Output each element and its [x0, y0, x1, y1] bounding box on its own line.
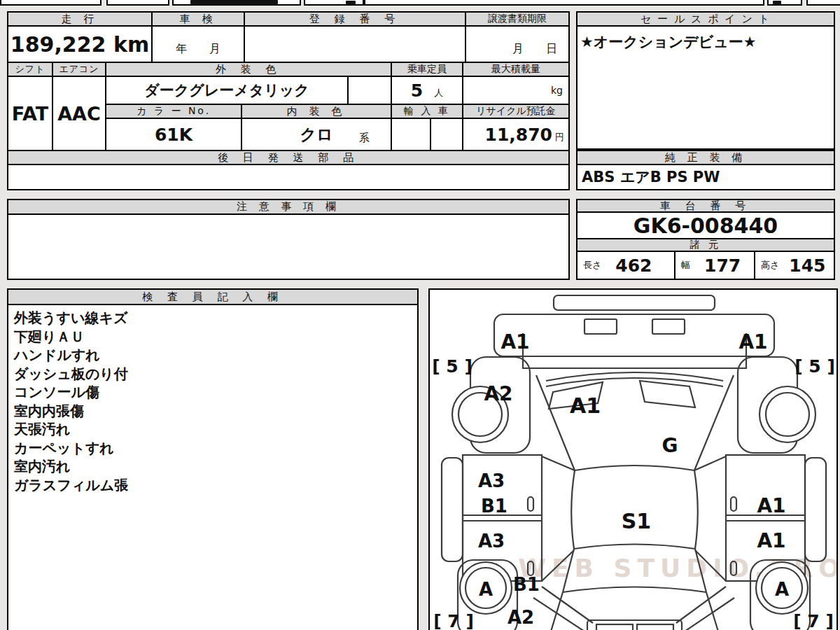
registration-header: 登 録 番 号	[244, 11, 466, 27]
recycle-amount: 11,870	[485, 125, 552, 145]
height-value: 145	[789, 255, 825, 276]
damage-label-door-rear-left: A3	[478, 531, 505, 552]
specs-header: 諸 元	[576, 238, 835, 252]
interior-color-header: 内 装 色	[241, 104, 392, 119]
recycle-unit: 円	[555, 125, 564, 144]
damage-label-front-bumper-right: A1	[738, 330, 767, 354]
recycle-header: リサイクル預託金	[462, 104, 570, 119]
length-value: 462	[615, 255, 652, 276]
length-cell: 長さ 462	[576, 251, 676, 280]
inspector-note: カーペットすれ	[14, 439, 417, 458]
top-cutoff-cell	[364, 0, 764, 6]
inspector-header: 検 査 員 記 入 欄	[7, 288, 419, 305]
inspector-note: 下廻りＡＵ	[14, 328, 417, 346]
damage-label-wheel-rear-left: A	[479, 579, 493, 600]
genuine-equipment-header: 純 正 装 備	[576, 150, 835, 165]
length-label: 長さ	[583, 259, 601, 272]
recycle-value: 11,870 円	[462, 118, 570, 151]
shift-value: FAT	[7, 76, 53, 151]
aircon-value: AAC	[52, 76, 106, 151]
damage-label-hood: A1	[570, 393, 601, 418]
mileage-value: 189,222 km	[7, 25, 153, 63]
car-top-view-diagram: WEB STUDIO.PRO	[430, 290, 836, 630]
tire-grade-front-right: [ 5 ]	[794, 356, 835, 377]
damage-label-wheel-rear-right: A	[775, 579, 789, 600]
damage-label-rear-bumper-left: A2	[507, 607, 534, 628]
inspector-note: ハンドルすれ	[14, 346, 417, 365]
top-cutoff-cell	[106, 0, 169, 6]
top-cutoff-cell	[806, 0, 840, 6]
width-label: 幅	[681, 259, 690, 272]
max-load-header: 最大積載量	[462, 62, 570, 77]
width-value: 177	[704, 255, 741, 276]
transfer-docs-value: 月 日	[465, 25, 570, 63]
color-no-value: 61K	[105, 118, 242, 151]
transfer-docs-header: 譲渡書類期限	[465, 11, 570, 27]
capacity-header: 乗車定員	[391, 62, 463, 77]
tire-grade-rear-left: [ 7 ]	[433, 611, 474, 630]
height-label: 高さ	[761, 259, 779, 272]
notes-header: 注 意 事 項 欄	[7, 199, 570, 215]
exterior-color-header: 外 装 色	[105, 62, 392, 77]
damage-label-quarter-rear-left: B1	[513, 574, 540, 595]
max-load-value: kg	[462, 76, 570, 105]
capacity-unit: 人	[434, 81, 443, 99]
notes-value	[7, 214, 570, 280]
shaken-value: 年 月	[151, 25, 245, 63]
damage-label-roof: S1	[622, 509, 651, 533]
later-shipping-header: 後 日 発 送 部 品	[7, 150, 570, 165]
capacity-value: 5 人	[391, 76, 463, 105]
import-header: 輸 入 車	[391, 104, 463, 119]
interior-color-value: クロ 系	[241, 118, 392, 151]
inspector-note: ダッシュ板のり付	[14, 365, 417, 384]
tire-grade-rear-right: [ 7 ]	[793, 611, 834, 630]
top-cutoff-cell	[0, 0, 102, 6]
damage-label-cowl: G	[662, 434, 678, 457]
import-value-sub	[430, 118, 463, 151]
damage-label-door-front-left-b: B1	[481, 496, 507, 517]
sales-point-header: セ ー ル ス ポ イ ン ト	[576, 11, 835, 27]
genuine-equipment-value: ABS エアB PS PW	[576, 164, 835, 190]
height-cell: 高さ 145	[754, 251, 835, 280]
auction-sheet: 走 行 車 検 登 録 番 号 譲渡書類期限 189,222 km 年 月 月 …	[0, 0, 840, 630]
damage-label-door-front-left-a: A3	[478, 470, 505, 491]
inspector-note: コンソール傷	[14, 383, 417, 402]
damage-diagram-box: WEB STUDIO.PRO	[428, 288, 838, 630]
damage-label-door-rear-right: A1	[757, 529, 785, 552]
chassis-value: GK6-008440	[576, 211, 835, 239]
later-shipping-value	[7, 164, 570, 190]
inspector-note: 室内内張傷	[14, 402, 417, 421]
damage-label-door-front-right: A1	[757, 494, 785, 517]
interior-color-text: クロ	[300, 124, 332, 146]
cutoff-text-fragment	[190, 0, 278, 4]
damage-label-front-bumper-left: A1	[500, 330, 529, 354]
interior-color-suffix: 系	[359, 125, 370, 145]
cutoff-text-fragment	[773, 1, 781, 4]
exterior-color-subcell	[347, 76, 392, 105]
chassis-header: 車 台 番 号	[576, 199, 835, 213]
damage-label-front-fender-left: A2	[484, 382, 512, 405]
registration-value	[244, 25, 466, 63]
width-cell: 幅 177	[674, 251, 755, 280]
inspector-note: ガラスフィルム張	[14, 476, 417, 495]
import-value	[391, 118, 431, 151]
inspector-note: 外装うすい線キズ	[14, 309, 417, 328]
color-no-header: カ ラ ー No.	[105, 104, 242, 119]
shift-header: シフト	[7, 62, 53, 77]
tire-grade-front-left: [ 5 ]	[432, 356, 472, 377]
sales-point-text: ★オークションデビュー★	[578, 27, 834, 57]
exterior-color-value: ダークグレーメタリック	[105, 76, 349, 105]
cutoff-text-fragment	[346, 1, 356, 4]
sales-point-box: ★オークションデビュー★	[576, 25, 835, 150]
mileage-header: 走 行	[7, 11, 153, 27]
shaken-header: 車 検	[151, 11, 245, 27]
inspector-note: 室内汚れ	[14, 457, 417, 476]
aircon-header: エアコン	[52, 62, 106, 77]
capacity-number: 5	[411, 80, 423, 101]
inspector-note: 天張汚れ	[14, 420, 417, 439]
inspector-notes-box: 外装うすい線キズ 下廻りＡＵ ハンドルすれ ダッシュ板のり付 コンソール傷 室内…	[7, 304, 419, 630]
